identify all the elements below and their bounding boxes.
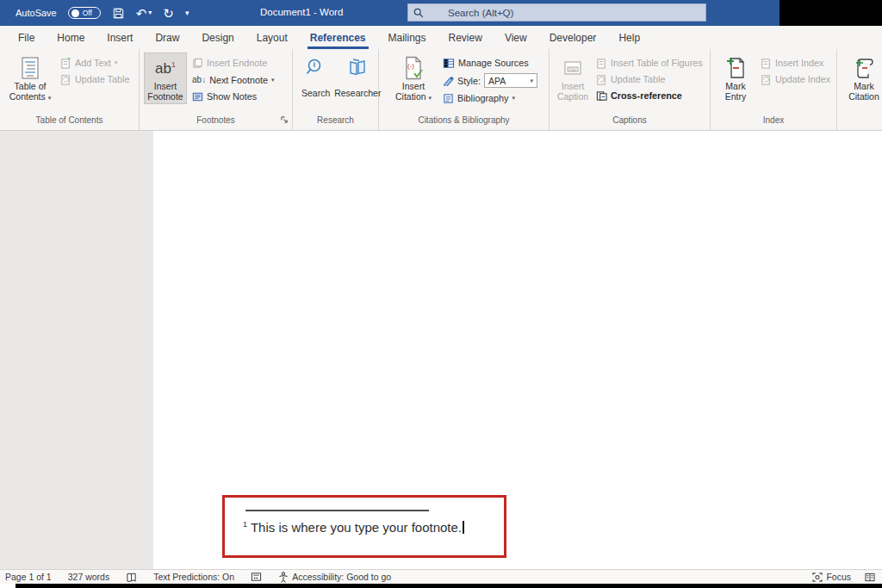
dropdown-caret-icon: ▾ <box>271 74 275 86</box>
insert-endnote-button[interactable]: Insert Endnote <box>192 57 274 69</box>
autosave-label: AutoSave <box>16 8 57 18</box>
mark-citation-button[interactable]: Mark Citation <box>844 53 882 104</box>
search-box[interactable] <box>407 3 706 22</box>
insert-footnote-button[interactable]: ab1 Insert Footnote <box>144 53 187 104</box>
style-label: Style: <box>457 75 481 87</box>
quick-access-toolbar-caret[interactable]: ▾ <box>185 9 189 17</box>
style-icon <box>443 75 454 86</box>
proofing-book-icon <box>126 572 137 583</box>
next-footnote-button[interactable]: ab↓ Next Footnote ▾ <box>192 73 274 86</box>
redo-button[interactable]: ↻ <box>163 7 174 20</box>
footnotes-dialog-launcher[interactable] <box>281 112 289 127</box>
accessibility-checker[interactable]: Accessibility: Good to go <box>278 572 391 583</box>
add-text-button[interactable]: Add Text ▾ <box>60 57 129 69</box>
search-button[interactable]: Search <box>298 53 333 101</box>
accessibility-icon <box>278 572 289 583</box>
tab-insert[interactable]: Insert <box>96 26 144 49</box>
tab-home[interactable]: Home <box>46 26 96 49</box>
cross-reference-button[interactable]: Cross-reference <box>596 90 703 102</box>
cross-reference-label: Cross-reference <box>611 90 682 102</box>
group-label-citations-bibliography: Citations & Bibliography <box>379 114 549 130</box>
tab-help[interactable]: Help <box>607 26 651 49</box>
style-row: Style: APA ▾ <box>443 73 537 88</box>
editor-button[interactable] <box>251 572 262 582</box>
autosave-toggle[interactable]: Off <box>68 7 101 19</box>
insert-table-of-figures-label: Insert Table of Figures <box>611 57 703 69</box>
group-captions: Cap Insert Caption Insert Table of Figur… <box>550 49 711 130</box>
dropdown-caret-icon: ▾ <box>48 95 52 101</box>
focus-mode-button[interactable]: Focus <box>812 572 851 582</box>
update-table-label: Update Table <box>75 73 129 85</box>
group-research: Search Researcher Research <box>293 49 379 130</box>
group-label-table-of-authorities <box>837 114 882 130</box>
update-index-button[interactable]: Update Index <box>761 73 830 85</box>
dropdown-caret-icon: ▾ <box>512 92 515 104</box>
insert-index-button[interactable]: Insert Index <box>761 57 830 69</box>
word-count[interactable]: 327 words <box>68 572 109 582</box>
tab-file[interactable]: File <box>7 26 46 49</box>
mark-entry-icon <box>725 55 746 81</box>
tab-draw[interactable]: Draw <box>144 26 190 49</box>
page-count[interactable]: Page 1 of 1 <box>5 572 52 582</box>
proofing-errors-button[interactable] <box>126 572 137 583</box>
insert-caption-label-line2: Caption <box>557 91 588 102</box>
tab-design[interactable]: Design <box>190 26 245 49</box>
mark-citation-icon <box>854 55 874 81</box>
manage-sources-label: Manage Sources <box>458 57 529 69</box>
screenshot-bottom-strip <box>16 584 882 588</box>
group-table-of-contents: Table of Contents ▾ Add Text ▾ Update Ta… <box>0 49 140 130</box>
text-predictions[interactable]: Text Predictions: On <box>153 572 234 582</box>
research-search-icon <box>306 55 326 81</box>
tab-layout[interactable]: Layout <box>245 26 299 49</box>
save-icon[interactable] <box>112 7 125 20</box>
tab-review[interactable]: Review <box>438 26 494 49</box>
insert-table-of-figures-button[interactable]: Insert Table of Figures <box>596 57 703 69</box>
insert-citation-label-line1: Insert <box>402 81 425 91</box>
style-dropdown[interactable]: APA ▾ <box>484 73 537 88</box>
insert-citation-label-line2: Citation ▾ <box>395 91 432 103</box>
undo-button[interactable]: ↶▾ <box>136 7 152 20</box>
group-citations-bibliography: (-) Insert Citation ▾ Manage Sources Sty… <box>379 49 550 130</box>
group-label-table-of-contents: Table of Contents <box>0 114 139 130</box>
style-value: APA <box>488 75 506 87</box>
mark-entry-label-line1: Mark <box>725 81 745 91</box>
table-of-contents-button[interactable]: Table of Contents ▾ <box>5 53 55 106</box>
search-icon <box>413 8 424 18</box>
show-notes-icon <box>192 91 203 102</box>
group-label-research: Research <box>293 114 378 130</box>
group-label-footnotes: Footnotes <box>140 114 292 130</box>
document-area: 1 This is where you type your footnote. <box>0 131 882 569</box>
mark-citation-label-line2: Citation <box>848 91 879 102</box>
researcher-button[interactable]: Researcher <box>337 53 378 101</box>
editor-icon <box>251 572 262 582</box>
search-input[interactable] <box>448 8 689 18</box>
captions-update-table-button[interactable]: Update Table <box>596 73 703 85</box>
add-text-icon <box>60 58 71 69</box>
tab-view[interactable]: View <box>494 26 538 49</box>
accessibility-label: Accessibility: Good to go <box>292 572 391 582</box>
view-mode-button[interactable] <box>865 573 875 582</box>
bibliography-button[interactable]: Bibliography ▾ <box>443 92 537 104</box>
insert-index-icon <box>761 58 772 69</box>
manage-sources-button[interactable]: Manage Sources <box>443 57 537 69</box>
tab-mailings[interactable]: Mailings <box>377 26 438 49</box>
table-of-contents-icon <box>20 55 40 81</box>
undo-dropdown-caret[interactable]: ▾ <box>148 9 152 16</box>
tab-developer[interactable]: Developer <box>538 26 608 49</box>
undo-icon: ↶ <box>136 7 147 20</box>
insert-citation-button[interactable]: (-) Insert Citation ▾ <box>391 53 436 106</box>
insert-table-of-figures-icon <box>596 58 607 69</box>
table-of-contents-label-line1: Table of <box>15 81 47 91</box>
show-notes-button[interactable]: Show Notes <box>192 90 274 102</box>
update-table-button[interactable]: Update Table <box>60 73 129 85</box>
researcher-icon <box>347 55 368 81</box>
bibliography-label: Bibliography <box>457 92 508 104</box>
group-label-index: Index <box>711 114 836 130</box>
insert-caption-button[interactable]: Cap Insert Caption <box>554 53 592 104</box>
update-index-icon <box>761 74 772 85</box>
bibliography-icon <box>443 93 454 104</box>
footnote-text[interactable]: 1 This is where you type your footnote. <box>243 520 464 535</box>
footnote-highlight-annotation: 1 This is where you type your footnote. <box>222 495 506 558</box>
tab-references[interactable]: References <box>299 26 377 49</box>
mark-entry-button[interactable]: Mark Entry <box>717 53 754 104</box>
